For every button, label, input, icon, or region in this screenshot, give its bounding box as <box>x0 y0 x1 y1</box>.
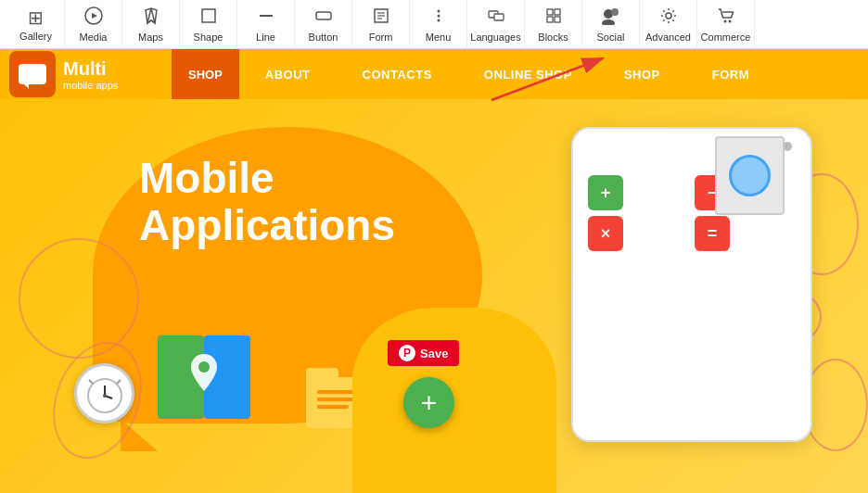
calc-btn-multiply: × <box>588 216 623 251</box>
media-icon <box>84 6 103 30</box>
shape-icon <box>199 6 218 30</box>
brand-name: Multi <box>63 58 118 80</box>
toolbar: ⊞ Gallery Media Maps Shape Line Button <box>0 0 868 49</box>
svg-point-23 <box>728 19 731 22</box>
svg-rect-14 <box>547 9 553 15</box>
svg-rect-17 <box>555 17 560 22</box>
advanced-icon <box>659 6 678 30</box>
navbar: Multi mobile apps SHOP ABOUT CONTACTS ON… <box>0 49 868 99</box>
save-label: Save <box>420 347 448 360</box>
alarm-clock <box>74 363 148 437</box>
svg-rect-4 <box>316 12 331 19</box>
nav-shop-button[interactable]: SHOP <box>172 49 239 99</box>
svg-rect-16 <box>547 17 553 22</box>
nav-link-online-shop[interactable]: ONLINE SHOP <box>458 49 598 99</box>
maps-sticker <box>158 335 260 419</box>
alarm-body <box>74 363 134 423</box>
svg-line-30 <box>89 380 93 384</box>
toolbar-item-commerce[interactable]: Commerce <box>697 0 755 49</box>
toolbar-item-maps[interactable]: Maps <box>122 0 180 49</box>
deco-circle-left <box>19 238 139 359</box>
social-label: Social <box>597 32 625 43</box>
toolbar-item-social[interactable]: Social <box>582 0 640 49</box>
toolbar-item-languages[interactable]: Languages <box>467 0 525 49</box>
svg-rect-13 <box>494 14 504 20</box>
nav-link-contacts[interactable]: CONTACTS <box>337 49 458 99</box>
notebook-avatar <box>729 155 771 196</box>
folder-line-3 <box>317 405 349 409</box>
button-icon <box>314 6 333 30</box>
toolbar-item-media[interactable]: Media <box>65 0 122 49</box>
calc-btn-divide: = <box>695 216 730 251</box>
button-label: Button <box>309 32 338 43</box>
commerce-icon <box>717 6 735 30</box>
toolbar-item-advanced[interactable]: Advanced <box>640 0 697 49</box>
blocks-label: Blocks <box>538 32 568 43</box>
logo-area: Multi mobile apps <box>0 49 172 99</box>
svg-point-21 <box>666 13 671 19</box>
svg-point-29 <box>103 394 107 398</box>
maps-icon <box>142 6 160 30</box>
bottom-speech-bubble <box>352 308 556 493</box>
menu-icon <box>429 6 448 30</box>
nav-links: ABOUT CONTACTS ONLINE SHOP SHOP FORM <box>239 49 868 99</box>
nav-link-form[interactable]: FORM <box>686 49 775 99</box>
add-button[interactable]: + <box>403 377 454 428</box>
calc-btn-plus: + <box>588 175 623 210</box>
svg-point-22 <box>723 19 726 22</box>
svg-rect-15 <box>555 9 560 15</box>
save-button[interactable]: P Save <box>388 340 459 366</box>
svg-marker-1 <box>92 13 97 19</box>
toolbar-item-menu[interactable]: Menu <box>410 0 467 49</box>
pinterest-icon: P <box>399 345 415 361</box>
svg-point-9 <box>437 9 440 12</box>
languages-label: Languages <box>470 32 520 43</box>
svg-point-20 <box>602 19 615 25</box>
svg-rect-2 <box>202 9 215 22</box>
svg-point-19 <box>611 8 619 16</box>
toolbar-item-form[interactable]: Form <box>352 0 410 49</box>
blocks-icon <box>544 6 563 30</box>
nav-link-about[interactable]: ABOUT <box>239 49 337 99</box>
maps-label: Maps <box>138 32 163 43</box>
logo-text: Multi mobile apps <box>63 58 118 91</box>
logo-icon <box>9 51 56 97</box>
svg-point-10 <box>437 14 440 17</box>
toolbar-item-gallery[interactable]: ⊞ Gallery <box>7 0 65 49</box>
svg-point-11 <box>437 19 440 21</box>
svg-line-31 <box>117 380 121 384</box>
social-icon <box>601 6 621 30</box>
advanced-label: Advanced <box>645 32 691 43</box>
toolbar-item-shape[interactable]: Shape <box>180 0 237 49</box>
line-label: Line <box>256 32 275 43</box>
line-icon <box>257 6 275 30</box>
svg-point-36 <box>198 361 210 373</box>
languages-icon <box>487 6 505 30</box>
shape-label: Shape <box>194 32 223 43</box>
hero-section: Mobile Applications + − × = <box>0 99 868 493</box>
media-label: Media <box>80 32 108 43</box>
toolbar-item-line[interactable]: Line <box>237 0 295 49</box>
gallery-label: Gallery <box>19 31 52 42</box>
nav-link-shop[interactable]: SHOP <box>598 49 686 99</box>
form-label: Form <box>369 32 393 43</box>
chat-bubble-icon <box>19 64 46 84</box>
menu-label: Menu <box>426 32 452 43</box>
notebook-sticker <box>715 136 785 215</box>
toolbar-item-blocks[interactable]: Blocks <box>525 0 582 49</box>
commerce-label: Commerce <box>701 32 751 43</box>
toolbar-item-button[interactable]: Button <box>295 0 352 49</box>
deco-curve-right-bottom <box>803 359 868 451</box>
gallery-icon: ⊞ <box>28 6 44 29</box>
form-icon <box>372 6 390 30</box>
hero-title: Mobile Applications <box>139 155 464 248</box>
hero-title-line1: Mobile <box>139 155 464 202</box>
brand-sub: mobile apps <box>63 80 118 91</box>
hero-title-line2: Applications <box>139 202 464 249</box>
folder-tab <box>306 368 338 377</box>
